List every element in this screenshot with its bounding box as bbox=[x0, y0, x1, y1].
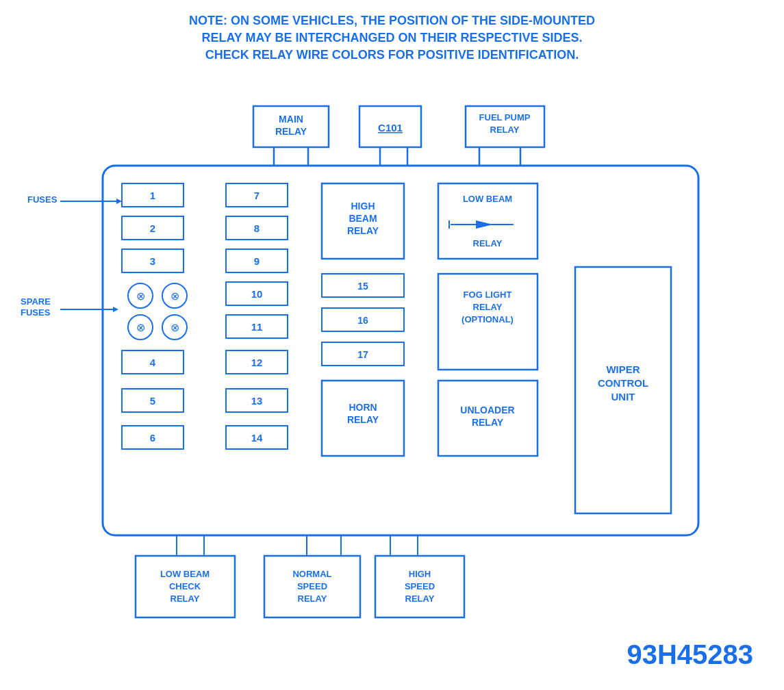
svg-text:3: 3 bbox=[150, 255, 155, 267]
svg-rect-96 bbox=[264, 556, 360, 617]
svg-rect-48 bbox=[226, 282, 288, 305]
svg-text:1: 1 bbox=[150, 190, 155, 201]
svg-text:BEAM: BEAM bbox=[349, 213, 377, 224]
svg-rect-84 bbox=[575, 267, 671, 513]
svg-text:CHECK: CHECK bbox=[169, 581, 201, 591]
svg-text:HIGH: HIGH bbox=[351, 201, 375, 212]
svg-text:⊗: ⊗ bbox=[170, 290, 179, 302]
svg-rect-74 bbox=[438, 274, 538, 370]
svg-text:17: 17 bbox=[357, 349, 368, 360]
svg-rect-36 bbox=[122, 350, 184, 374]
svg-text:RELAY: RELAY bbox=[473, 302, 503, 312]
svg-text:CONTROL: CONTROL bbox=[598, 377, 648, 389]
svg-text:SPEED: SPEED bbox=[405, 581, 435, 591]
diagram-svg: MAIN RELAY C101 FUEL PUMP RELAY FUSES SP… bbox=[0, 0, 784, 690]
svg-text:RELAY: RELAY bbox=[347, 414, 379, 425]
svg-text:UNIT: UNIT bbox=[611, 391, 635, 402]
svg-rect-68 bbox=[322, 274, 404, 297]
svg-text:⊗: ⊗ bbox=[136, 322, 145, 333]
svg-rect-102 bbox=[375, 556, 464, 617]
svg-text:RELAY: RELAY bbox=[298, 593, 327, 604]
svg-marker-17 bbox=[116, 199, 122, 204]
note-line2: RELAY MAY BE INTERCHANGED ON THEIR RESPE… bbox=[7, 29, 777, 47]
svg-point-34 bbox=[162, 315, 187, 340]
svg-rect-81 bbox=[438, 381, 538, 456]
svg-text:93H45283: 93H45283 bbox=[627, 639, 753, 669]
svg-marker-65 bbox=[476, 220, 493, 229]
svg-rect-14 bbox=[103, 166, 698, 535]
svg-text:RELAY: RELAY bbox=[275, 126, 307, 137]
svg-point-32 bbox=[128, 315, 153, 340]
svg-rect-26 bbox=[122, 249, 184, 272]
svg-rect-72 bbox=[322, 342, 404, 366]
svg-text:HORN: HORN bbox=[349, 402, 377, 413]
svg-text:8: 8 bbox=[254, 222, 260, 234]
svg-text:6: 6 bbox=[150, 432, 155, 444]
svg-text:15: 15 bbox=[357, 281, 368, 292]
svg-text:SPEED: SPEED bbox=[297, 581, 327, 591]
svg-text:UNLOADER: UNLOADER bbox=[460, 405, 514, 416]
svg-rect-50 bbox=[226, 315, 288, 338]
svg-rect-56 bbox=[226, 426, 288, 449]
svg-text:WIPER: WIPER bbox=[606, 363, 640, 375]
svg-text:5: 5 bbox=[150, 395, 155, 407]
svg-rect-46 bbox=[226, 249, 288, 272]
svg-text:10: 10 bbox=[251, 288, 263, 300]
svg-point-28 bbox=[128, 283, 153, 308]
svg-text:RELAY: RELAY bbox=[170, 593, 200, 604]
svg-text:MAIN: MAIN bbox=[279, 114, 303, 125]
svg-rect-54 bbox=[226, 389, 288, 412]
svg-rect-24 bbox=[122, 216, 184, 240]
svg-rect-3 bbox=[359, 106, 421, 147]
svg-rect-70 bbox=[322, 308, 404, 331]
svg-text:FUSES: FUSES bbox=[27, 194, 58, 205]
svg-rect-40 bbox=[122, 426, 184, 449]
svg-rect-78 bbox=[322, 381, 404, 456]
svg-text:HIGH: HIGH bbox=[409, 569, 431, 579]
note-line1: NOTE: ON SOME VEHICLES, THE POSITION OF … bbox=[7, 12, 777, 29]
svg-rect-44 bbox=[226, 216, 288, 240]
svg-text:4: 4 bbox=[150, 357, 156, 368]
svg-rect-90 bbox=[136, 556, 235, 617]
svg-text:13: 13 bbox=[251, 395, 263, 407]
svg-text:RELAY: RELAY bbox=[490, 125, 520, 135]
svg-text:16: 16 bbox=[357, 315, 368, 326]
svg-rect-5 bbox=[466, 106, 544, 147]
svg-text:RELAY: RELAY bbox=[473, 238, 503, 248]
svg-text:(OPTIONAL): (OPTIONAL) bbox=[461, 314, 514, 324]
svg-text:FUSES: FUSES bbox=[21, 307, 51, 318]
svg-text:SPARE: SPARE bbox=[21, 296, 51, 307]
svg-text:⊗: ⊗ bbox=[170, 322, 179, 333]
svg-point-30 bbox=[162, 283, 187, 308]
note-line3: CHECK RELAY WIRE COLORS FOR POSITIVE IDE… bbox=[7, 47, 777, 64]
svg-text:RELAY: RELAY bbox=[472, 417, 504, 428]
svg-text:LOW BEAM: LOW BEAM bbox=[160, 569, 210, 579]
svg-text:RELAY: RELAY bbox=[347, 225, 379, 236]
svg-rect-58 bbox=[322, 183, 404, 259]
svg-text:LOW BEAM: LOW BEAM bbox=[463, 194, 512, 204]
svg-rect-62 bbox=[438, 183, 538, 259]
svg-text:2: 2 bbox=[150, 222, 155, 234]
svg-marker-21 bbox=[113, 307, 118, 312]
svg-text:11: 11 bbox=[251, 321, 263, 333]
svg-text:FUEL PUMP: FUEL PUMP bbox=[479, 112, 531, 123]
svg-text:7: 7 bbox=[254, 190, 260, 201]
svg-rect-52 bbox=[226, 350, 288, 374]
note-text: NOTE: ON SOME VEHICLES, THE POSITION OF … bbox=[7, 12, 777, 64]
svg-text:9: 9 bbox=[254, 255, 260, 267]
svg-rect-42 bbox=[226, 183, 288, 207]
page: NOTE: ON SOME VEHICLES, THE POSITION OF … bbox=[0, 0, 784, 690]
svg-text:C101: C101 bbox=[378, 122, 403, 133]
svg-text:NORMAL: NORMAL bbox=[292, 569, 331, 579]
svg-text:FOG LIGHT: FOG LIGHT bbox=[464, 290, 512, 300]
svg-text:⊗: ⊗ bbox=[136, 290, 145, 302]
svg-text:12: 12 bbox=[251, 357, 263, 368]
svg-text:14: 14 bbox=[251, 432, 263, 444]
svg-rect-38 bbox=[122, 389, 184, 412]
svg-text:RELAY: RELAY bbox=[405, 593, 435, 604]
svg-rect-22 bbox=[122, 183, 184, 207]
svg-rect-0 bbox=[253, 106, 329, 147]
